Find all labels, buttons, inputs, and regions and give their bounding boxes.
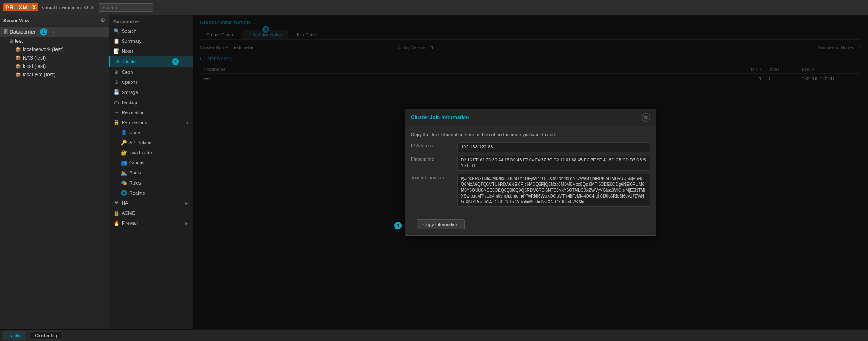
server-view: Server View ⚙ 🗄 Datacenter 1 ← 🖥 test 📦 … [0, 15, 109, 329]
dc-nav: Datacenter 🔍 Search 📋 Summary 📝 Notes 🖥 … [109, 15, 193, 329]
users-nav-icon: 👤 [121, 130, 127, 135]
nav-permissions-label: Permissions [122, 120, 147, 125]
close-icon: ✕ [643, 114, 648, 121]
storage-icon-3: 📦 [15, 64, 21, 69]
nav-acme-label: ACME [122, 211, 135, 216]
firewall-expand-icon[interactable]: ▶ [185, 221, 188, 226]
copy-information-button[interactable]: Copy Information [417, 219, 465, 229]
nav-item-api-tokens[interactable]: 🔑 API Tokens [118, 138, 193, 148]
storage-label-4: local-lvm (test) [23, 72, 55, 78]
nav-notes-label: Notes [122, 49, 134, 54]
nav-item-notes[interactable]: 📝 Notes [109, 46, 193, 56]
nav-ha-label: HA [122, 200, 128, 206]
notes-nav-icon: 📝 [113, 48, 119, 54]
two-factor-nav-icon: 🔐 [121, 150, 127, 156]
nav-item-storage[interactable]: 💾 Storage [109, 87, 193, 97]
permissions-subnav: 👤 Users 🔑 API Tokens 🔐 Two Factor 👥 Grou… [109, 128, 193, 198]
tree-item-localnetwork[interactable]: 📦 localnetwork (test) [0, 45, 109, 54]
api-tokens-nav-icon: 🔑 [121, 140, 127, 146]
nav-storage-label: Storage [122, 90, 138, 95]
nav-item-two-factor[interactable]: 🔐 Two Factor [118, 148, 193, 158]
bottom-tab-cluster-log[interactable]: Cluster log [29, 331, 63, 340]
backup-nav-icon: 🗃 [113, 99, 119, 105]
tree-item-test[interactable]: 🖥 test [0, 37, 109, 45]
nav-two-factor-label: Two Factor [129, 150, 152, 155]
ha-nav-icon: ❤ [113, 200, 119, 206]
bottom-bar: Tasks Cluster log [0, 329, 868, 341]
ip-address-value: 192.168.122.88 [457, 142, 650, 152]
modal-join-info-field: Join Information: eyJpcEFkZHJlc3MiOiIxOT… [411, 174, 650, 207]
dc-nav-header: Datacenter [109, 17, 193, 26]
acme-nav-icon: 🔒 [113, 210, 119, 216]
gear-icon[interactable]: ⚙ [100, 17, 105, 23]
storage-label-2: NAS (test) [23, 55, 46, 61]
server-view-title: Server View [3, 18, 29, 23]
nav-item-summary[interactable]: 📋 Summary [109, 36, 193, 46]
modal-close-button[interactable]: ✕ [642, 113, 650, 122]
join-info-label: Join Information: [411, 174, 457, 180]
tree-item-local[interactable]: 📦 local (test) [0, 62, 109, 70]
nav-item-search[interactable]: 🔍 Search [109, 26, 193, 36]
nav-item-backup[interactable]: 🗃 Backup [109, 97, 193, 107]
nav-groups-label: Groups [129, 160, 144, 165]
modal-body: Copy the Join Information here and use i… [405, 126, 656, 216]
nav-api-tokens-label: API Tokens [129, 140, 152, 145]
nav-cluster-label: Cluster [123, 59, 137, 64]
nav-pools-label: Pools [129, 170, 141, 175]
annotation-bubble-1: 1 [40, 28, 47, 36]
nav-item-permissions[interactable]: 🔒 Permissions ▾ [109, 117, 193, 128]
replication-nav-icon: ↔ [113, 109, 119, 115]
modal-footer: 4 → Copy Information [405, 216, 656, 235]
permissions-expand-icon[interactable]: ▾ [186, 120, 188, 125]
nav-ceph-label: Ceph [122, 70, 133, 75]
modal-header: Cluster Join Information ✕ [405, 109, 656, 126]
cluster-nav-icon: 🖥 [114, 59, 120, 65]
tree-item-local-lvm[interactable]: 📦 local-lvm (test) [0, 70, 109, 79]
nav-item-replication[interactable]: ↔ Replication [109, 107, 193, 117]
nav-users-label: Users [129, 130, 141, 135]
modal-fingerprint-field: Fingerprint: D2:13:EE:61:7D:30:A4:15:D0:… [411, 156, 650, 171]
nav-item-roles[interactable]: 🎭 Roles [118, 178, 193, 188]
node-label: test [15, 38, 23, 44]
node-icon: 🖥 [8, 39, 13, 44]
permissions-nav-icon: 🔒 [113, 120, 119, 125]
nav-summary-label: Summary [122, 39, 141, 44]
fingerprint-label: Fingerprint: [411, 156, 457, 161]
tree-item-datacenter[interactable]: 🗄 Datacenter 1 ← [0, 27, 109, 37]
storage-label-3: local (test) [23, 63, 46, 69]
nav-item-cluster[interactable]: 🖥 Cluster 2 → [109, 56, 193, 67]
storage-nav-icon: 💾 [113, 89, 119, 95]
nav-realms-label: Realms [129, 190, 145, 195]
nav-item-options[interactable]: ⚙ Options [109, 77, 193, 87]
bottom-tab-tasks[interactable]: Tasks [3, 331, 26, 340]
annotation-bubble-2: 2 [172, 58, 179, 65]
join-info-value: eyJpcEFkZHJlc3MiOiIxOTIuMTY4LiEyMi44OCIs… [457, 174, 650, 207]
ha-expand-icon[interactable]: ▶ [185, 201, 188, 206]
modal-title: Cluster Join Information [411, 115, 469, 120]
nav-item-ceph[interactable]: ⊕ Ceph [109, 67, 193, 77]
main-layout: Server View ⚙ 🗄 Datacenter 1 ← 🖥 test 📦 … [0, 15, 868, 329]
search-nav-icon: 🔍 [113, 28, 119, 34]
storage-icon-4: 📦 [15, 72, 21, 78]
tree-item-nas[interactable]: 📦 NAS (test) [0, 54, 109, 62]
nav-item-groups[interactable]: 👥 Groups [118, 158, 193, 168]
nav-item-firewall[interactable]: 🔥 Firewall ▶ [109, 218, 193, 228]
logo-x-letter: O [14, 4, 18, 10]
modal-ip-field: IP Address: 192.168.122.88 [411, 142, 650, 152]
fingerprint-value: D2:13:EE:61:7D:30:A4:15:D0:4B:F7:04:F4:3… [457, 156, 650, 171]
nav-item-realms[interactable]: 🌐 Realms [118, 188, 193, 198]
storage-icon-1: 📦 [15, 47, 21, 52]
content-area: Cluster Information Create Cluster Join … [193, 15, 868, 329]
top-search-input[interactable] [99, 3, 153, 12]
modal-description: Copy the Join Information here and use i… [411, 132, 650, 137]
modal-overlay: Cluster Join Information ✕ Copy the Join… [193, 15, 868, 329]
nav-item-acme[interactable]: 🔒 ACME [109, 208, 193, 218]
summary-nav-icon: 📋 [113, 38, 119, 44]
version-text: Virtual Environment 8.0.3 [42, 5, 93, 10]
logo-area: PROXMOX Virtual Environment 8.0.3 [3, 3, 94, 11]
nav-item-ha[interactable]: ❤ HA ▶ [109, 198, 193, 208]
nav-item-users[interactable]: 👤 Users [118, 128, 193, 138]
nav-item-pools[interactable]: 🏊 Pools [118, 168, 193, 178]
storage-label-1: localnetwork (test) [23, 47, 63, 52]
nav-roles-label: Roles [129, 180, 141, 185]
